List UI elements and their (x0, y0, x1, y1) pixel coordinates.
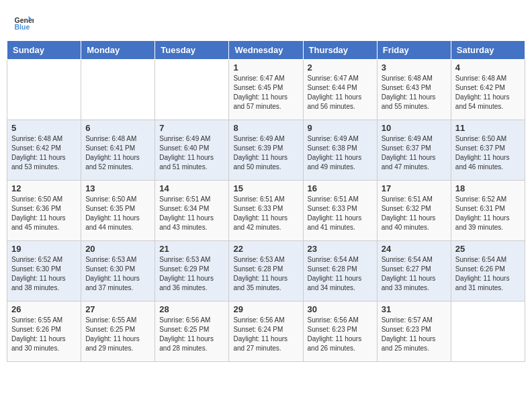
day-number: 9 (308, 123, 373, 133)
calendar-body: 1Sunrise: 6:47 AMSunset: 6:45 PMDaylight… (7, 60, 525, 362)
day-info: Sunrise: 6:53 AMSunset: 6:30 PMDaylight:… (85, 255, 150, 293)
day-info: Sunrise: 6:51 AMSunset: 6:33 PMDaylight:… (233, 195, 298, 232)
calendar-day-cell: 1Sunrise: 6:47 AMSunset: 6:45 PMDaylight… (229, 60, 303, 120)
day-info: Sunrise: 6:54 AMSunset: 6:27 PMDaylight:… (382, 255, 447, 293)
day-number: 29 (233, 304, 298, 314)
weekday-header-cell: Saturday (451, 41, 525, 60)
day-info: Sunrise: 6:55 AMSunset: 6:26 PMDaylight:… (11, 316, 77, 353)
calendar-day-cell (81, 60, 155, 120)
day-info: Sunrise: 6:48 AMSunset: 6:41 PMDaylight:… (85, 134, 150, 172)
calendar-day-cell: 31Sunrise: 6:57 AMSunset: 6:23 PMDayligh… (377, 302, 451, 362)
calendar-day-cell: 4Sunrise: 6:48 AMSunset: 6:42 PMDaylight… (451, 60, 525, 120)
calendar-day-cell: 21Sunrise: 6:53 AMSunset: 6:29 PMDayligh… (155, 241, 229, 302)
weekday-header-cell: Tuesday (155, 41, 229, 60)
day-info: Sunrise: 6:52 AMSunset: 6:30 PMDaylight:… (11, 255, 77, 293)
day-info: Sunrise: 6:50 AMSunset: 6:35 PMDaylight:… (85, 195, 150, 232)
calendar-day-cell: 2Sunrise: 6:47 AMSunset: 6:44 PMDaylight… (303, 60, 377, 120)
calendar-week-row: 12Sunrise: 6:50 AMSunset: 6:36 PMDayligh… (7, 181, 525, 241)
day-info: Sunrise: 6:53 AMSunset: 6:28 PMDaylight:… (233, 255, 298, 293)
page-header: General Blue (7, 7, 525, 37)
day-info: Sunrise: 6:48 AMSunset: 6:42 PMDaylight:… (11, 134, 77, 172)
weekday-header-row: SundayMondayTuesdayWednesdayThursdayFrid… (7, 41, 525, 60)
day-info: Sunrise: 6:54 AMSunset: 6:28 PMDaylight:… (308, 255, 373, 293)
day-info: Sunrise: 6:48 AMSunset: 6:43 PMDaylight:… (382, 74, 447, 111)
day-number: 30 (308, 304, 373, 314)
day-info: Sunrise: 6:51 AMSunset: 6:32 PMDaylight:… (382, 195, 447, 232)
calendar-day-cell: 7Sunrise: 6:49 AMSunset: 6:40 PMDaylight… (155, 120, 229, 181)
calendar-day-cell: 18Sunrise: 6:52 AMSunset: 6:31 PMDayligh… (451, 181, 525, 241)
calendar-day-cell: 29Sunrise: 6:56 AMSunset: 6:24 PMDayligh… (229, 302, 303, 362)
day-info: Sunrise: 6:50 AMSunset: 6:37 PMDaylight:… (455, 134, 521, 172)
calendar-day-cell (155, 60, 229, 120)
calendar-day-cell: 23Sunrise: 6:54 AMSunset: 6:28 PMDayligh… (303, 241, 377, 302)
day-info: Sunrise: 6:56 AMSunset: 6:23 PMDaylight:… (308, 316, 373, 353)
weekday-header-cell: Monday (81, 41, 155, 60)
day-info: Sunrise: 6:51 AMSunset: 6:33 PMDaylight:… (308, 195, 373, 232)
calendar-day-cell (7, 60, 81, 120)
weekday-header-cell: Wednesday (229, 41, 303, 60)
calendar-day-cell: 10Sunrise: 6:49 AMSunset: 6:37 PMDayligh… (377, 120, 451, 181)
day-info: Sunrise: 6:47 AMSunset: 6:45 PMDaylight:… (233, 74, 298, 111)
calendar-day-cell: 20Sunrise: 6:53 AMSunset: 6:30 PMDayligh… (81, 241, 155, 302)
day-number: 6 (85, 123, 150, 133)
day-number: 19 (11, 244, 77, 254)
logo-icon: General Blue (13, 13, 34, 34)
day-number: 31 (382, 304, 447, 314)
calendar-day-cell: 3Sunrise: 6:48 AMSunset: 6:43 PMDaylight… (377, 60, 451, 120)
calendar-day-cell: 15Sunrise: 6:51 AMSunset: 6:33 PMDayligh… (229, 181, 303, 241)
day-info: Sunrise: 6:50 AMSunset: 6:36 PMDaylight:… (11, 195, 77, 232)
day-number: 5 (11, 123, 77, 133)
day-number: 17 (382, 183, 447, 193)
day-info: Sunrise: 6:51 AMSunset: 6:34 PMDaylight:… (159, 195, 224, 232)
day-number: 23 (308, 244, 373, 254)
day-number: 8 (233, 123, 298, 133)
calendar-day-cell: 8Sunrise: 6:49 AMSunset: 6:39 PMDaylight… (229, 120, 303, 181)
day-number: 25 (455, 244, 521, 254)
day-number: 4 (455, 62, 521, 73)
day-number: 28 (159, 304, 224, 314)
calendar-day-cell: 22Sunrise: 6:53 AMSunset: 6:28 PMDayligh… (229, 241, 303, 302)
calendar-week-row: 26Sunrise: 6:55 AMSunset: 6:26 PMDayligh… (7, 302, 525, 362)
calendar-day-cell: 28Sunrise: 6:56 AMSunset: 6:25 PMDayligh… (155, 302, 229, 362)
day-info: Sunrise: 6:49 AMSunset: 6:37 PMDaylight:… (382, 134, 447, 172)
svg-text:Blue: Blue (15, 23, 30, 31)
day-info: Sunrise: 6:53 AMSunset: 6:29 PMDaylight:… (159, 255, 224, 293)
calendar-day-cell: 5Sunrise: 6:48 AMSunset: 6:42 PMDaylight… (7, 120, 81, 181)
logo: General Blue (13, 13, 34, 34)
calendar-day-cell: 9Sunrise: 6:49 AMSunset: 6:38 PMDaylight… (303, 120, 377, 181)
day-number: 21 (159, 244, 224, 254)
day-info: Sunrise: 6:49 AMSunset: 6:38 PMDaylight:… (308, 134, 373, 172)
calendar-day-cell: 27Sunrise: 6:55 AMSunset: 6:25 PMDayligh… (81, 302, 155, 362)
day-info: Sunrise: 6:52 AMSunset: 6:31 PMDaylight:… (455, 195, 521, 232)
day-info: Sunrise: 6:57 AMSunset: 6:23 PMDaylight:… (382, 316, 447, 353)
weekday-header-cell: Friday (377, 41, 451, 60)
day-number: 7 (159, 123, 224, 133)
calendar-day-cell: 24Sunrise: 6:54 AMSunset: 6:27 PMDayligh… (377, 241, 451, 302)
calendar-day-cell: 30Sunrise: 6:56 AMSunset: 6:23 PMDayligh… (303, 302, 377, 362)
calendar-day-cell: 13Sunrise: 6:50 AMSunset: 6:35 PMDayligh… (81, 181, 155, 241)
day-number: 3 (382, 62, 447, 73)
day-info: Sunrise: 6:56 AMSunset: 6:25 PMDaylight:… (159, 316, 224, 353)
day-number: 12 (11, 183, 77, 193)
calendar-day-cell: 14Sunrise: 6:51 AMSunset: 6:34 PMDayligh… (155, 181, 229, 241)
calendar-day-cell: 26Sunrise: 6:55 AMSunset: 6:26 PMDayligh… (7, 302, 81, 362)
calendar-day-cell: 19Sunrise: 6:52 AMSunset: 6:30 PMDayligh… (7, 241, 81, 302)
calendar-day-cell: 11Sunrise: 6:50 AMSunset: 6:37 PMDayligh… (451, 120, 525, 181)
calendar-week-row: 1Sunrise: 6:47 AMSunset: 6:45 PMDaylight… (7, 60, 525, 120)
day-info: Sunrise: 6:48 AMSunset: 6:42 PMDaylight:… (455, 74, 521, 111)
day-info: Sunrise: 6:47 AMSunset: 6:44 PMDaylight:… (308, 74, 373, 111)
calendar-table: SundayMondayTuesdayWednesdayThursdayFrid… (7, 40, 525, 362)
day-number: 13 (85, 183, 150, 193)
calendar-day-cell: 6Sunrise: 6:48 AMSunset: 6:41 PMDaylight… (81, 120, 155, 181)
day-number: 20 (85, 244, 150, 254)
day-number: 2 (308, 62, 373, 73)
day-number: 1 (233, 62, 298, 73)
day-number: 26 (11, 304, 77, 314)
calendar-day-cell: 25Sunrise: 6:54 AMSunset: 6:26 PMDayligh… (451, 241, 525, 302)
day-info: Sunrise: 6:56 AMSunset: 6:24 PMDaylight:… (233, 316, 298, 353)
day-number: 14 (159, 183, 224, 193)
weekday-header-cell: Sunday (7, 41, 81, 60)
day-number: 22 (233, 244, 298, 254)
calendar-week-row: 19Sunrise: 6:52 AMSunset: 6:30 PMDayligh… (7, 241, 525, 302)
day-number: 18 (455, 183, 521, 193)
